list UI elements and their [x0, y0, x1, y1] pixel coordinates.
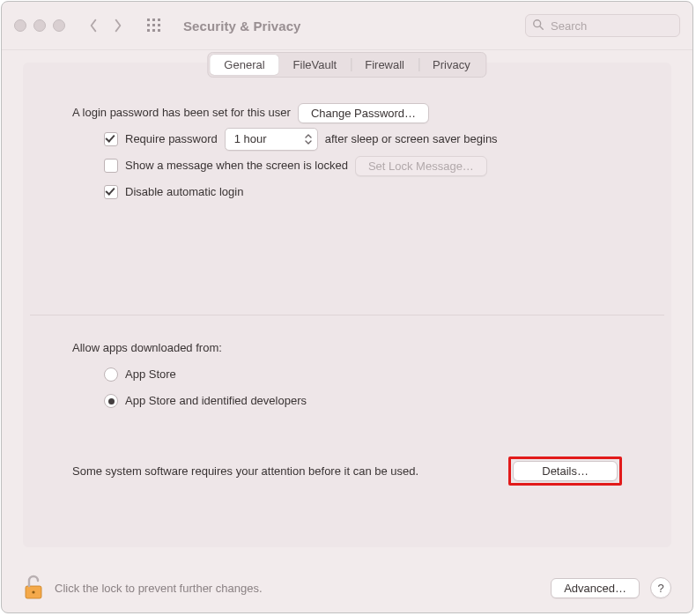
show-lock-message-checkbox[interactable] — [104, 159, 118, 173]
chevron-left-icon — [88, 19, 99, 33]
allow-appstore-radio[interactable] — [104, 367, 118, 382]
stepper-icon — [305, 134, 312, 145]
allow-appstore-label: App Store — [125, 366, 176, 383]
tab-general[interactable]: General — [210, 55, 278, 75]
section-divider — [30, 315, 664, 315]
require-password-label: Require password — [125, 130, 218, 148]
login-password-text: A login password has been set for this u… — [72, 104, 291, 122]
allow-apps-section: Allow apps downloaded from: App Store Ap… — [23, 331, 671, 489]
allow-identified-radio[interactable] — [104, 394, 118, 408]
advanced-button[interactable]: Advanced… — [551, 578, 640, 598]
zoom-window-button[interactable] — [53, 19, 65, 32]
svg-point-11 — [32, 590, 34, 593]
show-all-prefs-button[interactable] — [141, 15, 167, 36]
disable-auto-login-checkbox[interactable] — [104, 185, 118, 199]
change-password-button[interactable]: Change Password… — [298, 103, 429, 123]
search-icon — [532, 19, 544, 31]
lock-hint-text: Click the lock to prevent further change… — [55, 582, 263, 595]
svg-rect-0 — [147, 19, 150, 21]
tab-firewall[interactable]: Firewall — [351, 55, 418, 75]
minimize-window-button[interactable] — [33, 19, 46, 32]
close-window-button[interactable] — [14, 19, 26, 32]
content-panel: General FileVault Firewall Privacy A log… — [23, 63, 671, 547]
svg-rect-1 — [152, 19, 155, 21]
login-password-section: A login password has been set for this u… — [23, 96, 671, 209]
svg-line-10 — [540, 26, 544, 30]
spacer — [23, 209, 671, 297]
details-button[interactable]: Details… — [513, 461, 618, 481]
require-password-after-text: after sleep or screen saver begins — [325, 130, 498, 148]
require-password-delay-value: 1 hour — [234, 132, 267, 145]
svg-rect-7 — [152, 29, 155, 32]
require-password-delay-select[interactable]: 1 hour — [225, 128, 318, 151]
search-input[interactable] — [525, 14, 680, 37]
show-lock-message-label: Show a message when the screen is locked — [125, 157, 348, 174]
toolbar: Security & Privacy — [2, 2, 692, 50]
footer: Click the lock to prevent further change… — [2, 563, 692, 612]
disable-auto-login-label: Disable automatic login — [125, 183, 243, 201]
search-field-wrap — [525, 14, 680, 37]
tab-filevault[interactable]: FileVault — [279, 55, 352, 75]
attention-text: Some system software requires your atten… — [72, 463, 418, 480]
svg-rect-2 — [158, 19, 160, 21]
nav-back-button[interactable] — [81, 15, 106, 36]
preferences-window: Security & Privacy General FileVault Fir… — [1, 1, 693, 613]
svg-rect-6 — [147, 29, 150, 32]
help-button[interactable]: ? — [650, 577, 671, 598]
svg-rect-3 — [147, 24, 150, 26]
svg-rect-4 — [152, 24, 155, 26]
require-password-checkbox[interactable] — [104, 132, 118, 146]
details-highlight: Details… — [508, 456, 622, 486]
chevron-right-icon — [113, 19, 123, 33]
set-lock-message-button[interactable]: Set Lock Message… — [355, 156, 487, 176]
grid-icon — [147, 19, 161, 33]
svg-rect-8 — [158, 29, 160, 32]
lock-button[interactable] — [23, 574, 44, 603]
svg-rect-5 — [158, 24, 160, 26]
allow-identified-label: App Store and identified developers — [125, 392, 307, 410]
window-controls — [14, 19, 65, 32]
allow-apps-heading: Allow apps downloaded from: — [72, 339, 222, 357]
window-title: Security & Privacy — [183, 19, 301, 33]
tab-bar: General FileVault Firewall Privacy — [207, 52, 486, 78]
unlocked-lock-icon — [23, 574, 44, 600]
nav-forward-button[interactable] — [106, 15, 130, 36]
tab-privacy[interactable]: Privacy — [418, 55, 485, 75]
